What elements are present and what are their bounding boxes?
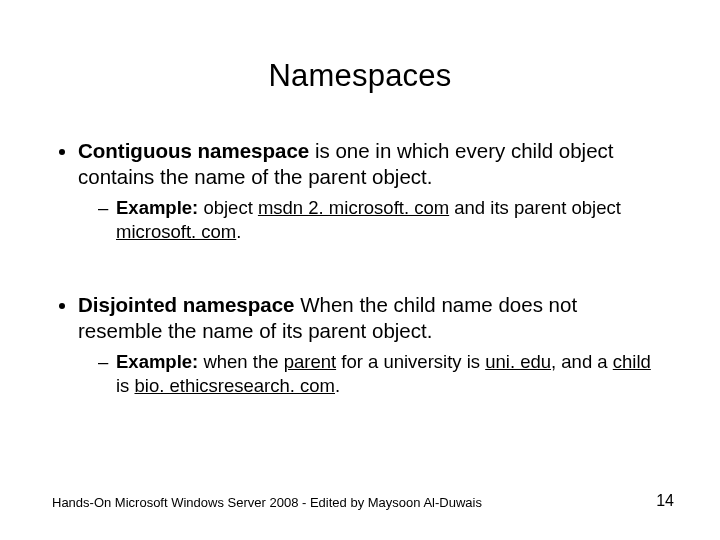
underline-parent: parent (284, 351, 336, 372)
ex2-text-4: is (116, 375, 135, 396)
page-number: 14 (656, 492, 674, 510)
term-disjointed: Disjointed namespace (78, 293, 294, 316)
underline-child: child (613, 351, 651, 372)
link-microsoft: microsoft. com (116, 221, 236, 242)
slide-title: Namespaces (0, 58, 720, 94)
example-contiguous: Example: object msdn 2. microsoft. com a… (98, 196, 662, 243)
slide: Namespaces Contiguous namespace is one i… (0, 0, 720, 540)
spacer (52, 264, 662, 292)
sublist-contiguous: Example: object msdn 2. microsoft. com a… (78, 196, 662, 243)
sublist-disjointed: Example: when the parent for a universit… (78, 350, 662, 397)
example-text-1: object (198, 197, 258, 218)
ex2-text-5: . (335, 375, 340, 396)
slide-body: Contiguous namespace is one in which eve… (52, 138, 662, 418)
example-text-2: and its parent object (449, 197, 621, 218)
term-contiguous: Contiguous namespace (78, 139, 309, 162)
example-label: Example: (116, 197, 198, 218)
bullet-list-2: Disjointed namespace When the child name… (52, 292, 662, 398)
ex2-text-3: , and a (551, 351, 613, 372)
example-label-2: Example: (116, 351, 198, 372)
link-uni-edu: uni. edu (485, 351, 551, 372)
example-disjointed: Example: when the parent for a universit… (98, 350, 662, 397)
footer-text: Hands-On Microsoft Windows Server 2008 -… (52, 495, 482, 510)
ex2-text-1: when the (198, 351, 283, 372)
bullet-disjointed: Disjointed namespace When the child name… (78, 292, 662, 398)
link-bio: bio. ethicsresearch. com (135, 375, 336, 396)
ex2-text-2: for a university is (336, 351, 485, 372)
bullet-list: Contiguous namespace is one in which eve… (52, 138, 662, 244)
link-msdn: msdn 2. microsoft. com (258, 197, 449, 218)
example-text-3: . (236, 221, 241, 242)
bullet-contiguous: Contiguous namespace is one in which eve… (78, 138, 662, 244)
